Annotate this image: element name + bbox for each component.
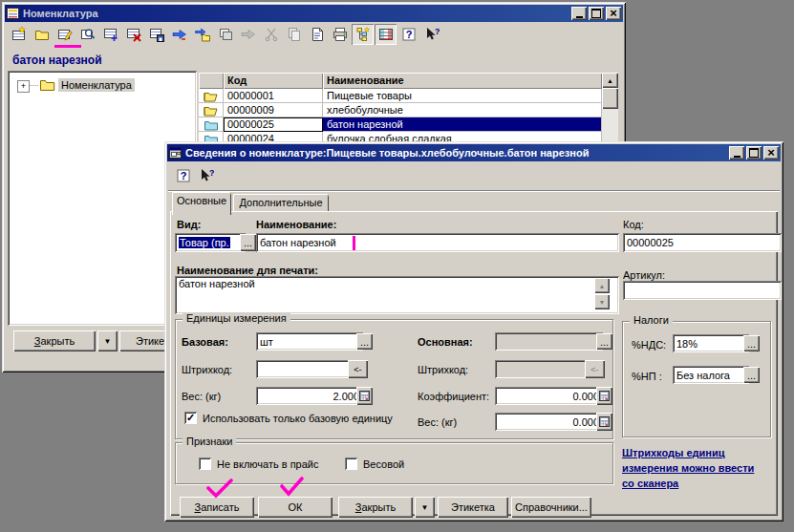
weight2-calculator-button[interactable]	[596, 413, 612, 431]
name-field[interactable]: батон нарезной	[256, 233, 619, 252]
print-name-scroll-down[interactable]: ▼	[594, 294, 610, 309]
coefficient-label: Коэффициент:	[418, 391, 489, 402]
close-form-dropdown-button[interactable]: ▼	[415, 497, 435, 518]
folder-item-icon	[199, 117, 224, 132]
view-item-icon[interactable]	[76, 24, 98, 45]
new-item-icon[interactable]	[8, 24, 30, 45]
folder-open-icon	[199, 103, 224, 117]
annotation-check-ok	[279, 476, 306, 497]
barcode2-field[interactable]	[495, 360, 590, 378]
table-row[interactable]: 00000001 Пищевые товары	[199, 89, 618, 103]
new-group-icon[interactable]	[31, 24, 53, 45]
scroll-up-button[interactable]: ▲	[602, 73, 618, 88]
label-form-button[interactable]: Этикетка	[438, 497, 508, 518]
scroll-thumb[interactable]	[602, 88, 618, 109]
current-item-label: батон нарезной	[12, 53, 102, 67]
item-details-dialog: Сведения о номенклатуре:Пищевые товары.х…	[164, 141, 783, 521]
barcode-scan-button[interactable]: <-	[348, 360, 368, 378]
article-field[interactable]	[623, 281, 782, 300]
maximize-button[interactable]	[589, 7, 604, 20]
folder-open-icon	[199, 89, 224, 103]
use-base-only-checkbox[interactable]	[184, 412, 197, 424]
annotation-check-save	[204, 478, 235, 499]
salestax-label: %НП :	[632, 371, 662, 382]
barcode-field[interactable]	[256, 360, 354, 378]
description-icon[interactable]	[306, 24, 328, 45]
edit-item-icon[interactable]	[54, 24, 75, 45]
table-row[interactable]: 00000009 хлебобулочные	[199, 103, 618, 117]
vid-ellipsis-button[interactable]: ...	[240, 234, 256, 251]
units-group-title: Единицы измерения	[182, 312, 290, 325]
barcode2-label: Штрихкод:	[418, 364, 468, 375]
copy-windows-icon[interactable]	[214, 24, 236, 45]
barcode2-scan-button[interactable]: <-	[585, 360, 605, 378]
columns-view-icon[interactable]	[375, 24, 397, 45]
coefficient-calculator-button[interactable]	[596, 387, 612, 405]
help-icon[interactable]: ?	[397, 24, 419, 45]
references-button[interactable]: Справочники...	[511, 497, 591, 518]
svg-text:?: ?	[435, 27, 440, 36]
table-header-code[interactable]: Код	[224, 73, 323, 89]
move-to-group-icon[interactable]	[191, 24, 213, 45]
weight-field[interactable]: 2.000	[256, 387, 363, 405]
move-disabled-icon[interactable]	[237, 24, 259, 45]
main-toolbar: ? ?	[8, 24, 442, 45]
close-button[interactable]	[606, 7, 621, 20]
base-unit-ellipsis-button[interactable]: ...	[356, 333, 373, 350]
vat-ellipsis-button[interactable]: ...	[743, 335, 760, 351]
print-icon[interactable]	[329, 24, 351, 45]
name-label: Наименование:	[256, 219, 336, 230]
table-header: Код Наименование	[199, 73, 618, 89]
salestax-ellipsis-button[interactable]: ...	[743, 367, 760, 383]
main-unit-ellipsis-button[interactable]: ...	[596, 333, 612, 350]
barcode-scanner-hint-link[interactable]: Штрихкоды единиц измерения можно ввести …	[622, 445, 775, 491]
table-row-selected[interactable]: 00000025 батон нарезной	[199, 117, 618, 132]
calculator-icon	[599, 391, 610, 401]
print-name-scroll-up[interactable]: ▲	[594, 278, 610, 293]
delete-item-icon[interactable]	[122, 24, 144, 45]
code-field[interactable]: 00000025	[623, 233, 782, 252]
weight2-field[interactable]: 0.000	[495, 413, 603, 431]
main-unit-field[interactable]	[495, 332, 603, 351]
main-unit-label: Основная:	[418, 336, 473, 348]
base-unit-label: Базовая:	[182, 336, 228, 348]
not-in-pricelist-checkbox[interactable]	[199, 458, 211, 470]
move-item-icon[interactable]	[168, 24, 190, 45]
hierarchy-view-icon[interactable]	[352, 24, 374, 45]
ok-button[interactable]: ОК	[258, 497, 333, 518]
dialog-form: Вид: Товар (пр. ... Наименование: батон …	[164, 141, 783, 521]
save-button[interactable]: Записать	[180, 497, 254, 518]
tree-root-item[interactable]: Номенклатура	[58, 78, 135, 92]
weight-label: Вес: (кг)	[182, 391, 221, 402]
cut-disabled-icon[interactable]	[260, 24, 282, 45]
article-label: Артикул:	[623, 269, 665, 281]
vat-field[interactable]: 18%	[673, 334, 749, 352]
copy-item-icon[interactable]	[99, 24, 121, 45]
salestax-field[interactable]: Без налога	[673, 366, 749, 384]
by-weight-label: Весовой	[363, 458, 404, 470]
close-form-button[interactable]: Закрыть	[338, 497, 413, 518]
coefficient-field[interactable]: 0.000	[495, 387, 603, 405]
close-catalog-button[interactable]: Закрыть	[13, 330, 96, 351]
taxes-group-title: Налоги	[630, 314, 673, 327]
vid-field[interactable]: Товар (пр.	[175, 233, 246, 252]
base-unit-field[interactable]: шт	[256, 332, 363, 351]
minimize-button[interactable]	[571, 7, 587, 20]
close-dropdown-button[interactable]: ▼	[97, 330, 118, 351]
copy-disabled-icon[interactable]	[283, 24, 305, 45]
annotation-caret	[353, 236, 355, 250]
flags-group-title: Признаки	[182, 436, 236, 448]
by-weight-checkbox[interactable]	[345, 458, 357, 470]
vat-label: %НДС:	[632, 339, 666, 351]
tree-expander[interactable]: +	[17, 80, 30, 93]
catalog-window-icon	[7, 7, 20, 20]
use-base-only-label: Использовать только базовую единицу	[203, 413, 393, 424]
weight-calculator-button[interactable]	[356, 387, 373, 405]
print-name-field[interactable]: батон нарезной	[175, 276, 619, 314]
table-header-name[interactable]: Наименование	[323, 73, 602, 89]
print-name-label: Наименование для печати:	[177, 265, 318, 276]
weight2-label: Вес: (кг)	[418, 416, 457, 428]
context-help-icon[interactable]: ?	[420, 24, 442, 45]
save-item-icon[interactable]	[145, 24, 167, 45]
table-header-icon-col[interactable]	[199, 73, 224, 89]
